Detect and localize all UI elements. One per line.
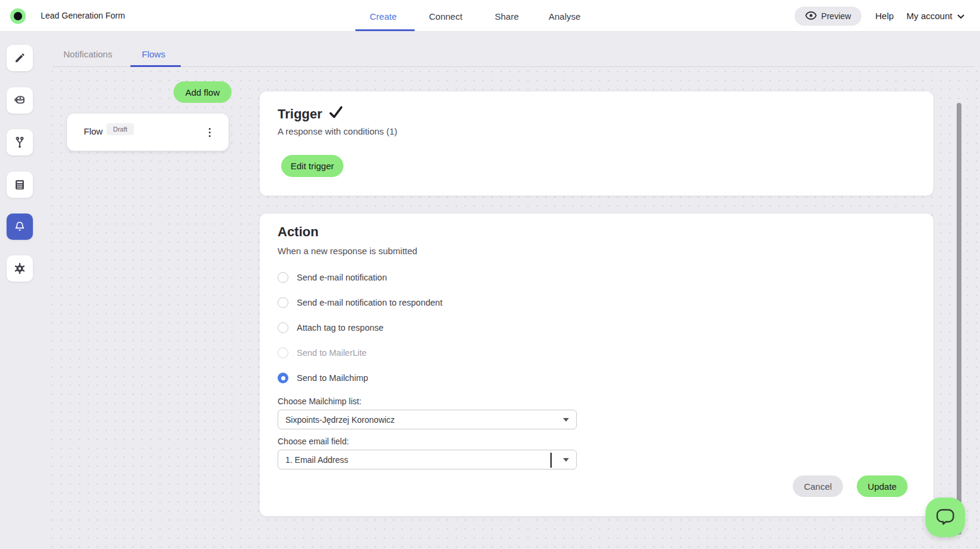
radio-icon[interactable] bbox=[278, 322, 288, 333]
trigger-subtitle: A response with conditions (1) bbox=[278, 126, 397, 136]
dropdown-caret-icon bbox=[563, 458, 569, 462]
vertical-scrollbar[interactable] bbox=[957, 103, 961, 535]
radio-option-mailerlite[interactable]: Send to MailerLite bbox=[278, 346, 367, 359]
action-title: Action bbox=[278, 224, 318, 240]
preview-button[interactable]: Preview bbox=[795, 7, 862, 26]
mailchimp-list-value: Sixpoints-Jędrzej Koronowicz bbox=[285, 415, 395, 425]
email-field-label: Choose email field: bbox=[278, 437, 349, 446]
eye-icon bbox=[805, 11, 817, 22]
tab-divider-line bbox=[53, 66, 975, 67]
draft-status-badge: Draft bbox=[106, 123, 134, 135]
branch-icon bbox=[13, 136, 26, 149]
gear-icon bbox=[13, 262, 26, 275]
edit-trigger-button[interactable]: Edit trigger bbox=[281, 155, 343, 177]
help-link[interactable]: Help bbox=[875, 11, 894, 21]
cancel-button[interactable]: Cancel bbox=[793, 475, 843, 497]
add-flow-button[interactable]: Add flow bbox=[174, 81, 232, 103]
chat-bubble-icon bbox=[935, 507, 955, 528]
radio-option-email-notification[interactable]: Send e-mail notification bbox=[278, 271, 387, 284]
account-menu[interactable]: My account bbox=[906, 11, 964, 21]
radio-option-email-respondent[interactable]: Send e-mail notification to respondent bbox=[278, 296, 442, 309]
sidebar-item-settings[interactable] bbox=[7, 255, 33, 282]
sidebar-item-design[interactable] bbox=[7, 87, 33, 114]
action-panel: Action When a new response is submitted … bbox=[260, 214, 933, 516]
flow-card[interactable]: Flow Draft bbox=[67, 114, 229, 151]
chevron-down-icon bbox=[957, 11, 964, 21]
tab-active-underline bbox=[130, 65, 181, 67]
preview-label: Preview bbox=[821, 11, 851, 21]
trigger-title: Trigger bbox=[278, 105, 343, 123]
bell-icon bbox=[13, 220, 26, 233]
radio-option-mailchimp[interactable]: Send to Mailchimp bbox=[278, 371, 368, 385]
radio-icon[interactable] bbox=[278, 272, 288, 283]
sidebar-item-logic[interactable] bbox=[7, 129, 33, 155]
radio-option-attach-tag[interactable]: Attach tag to response bbox=[278, 321, 384, 334]
flow-card-title: Flow bbox=[84, 126, 103, 136]
paint-bucket-icon bbox=[13, 94, 26, 107]
kebab-menu-icon[interactable] bbox=[205, 124, 214, 140]
action-subtitle: When a new response is submitted bbox=[278, 246, 417, 256]
nav-active-underline bbox=[355, 29, 415, 31]
tab-flows[interactable]: Flows bbox=[142, 49, 165, 59]
nav-connect[interactable]: Connect bbox=[429, 11, 462, 22]
workspace-logo[interactable] bbox=[10, 8, 26, 24]
nav-share[interactable]: Share bbox=[495, 11, 519, 22]
dropdown-caret-icon bbox=[563, 418, 569, 422]
mailchimp-list-label: Choose Mailchimp list: bbox=[278, 396, 361, 406]
chat-widget-button[interactable] bbox=[926, 498, 965, 537]
mailchimp-list-select[interactable]: Sixpoints-Jędrzej Koronowicz bbox=[278, 410, 577, 429]
app-screen: Lead Generation Form Create Connect Shar… bbox=[0, 0, 980, 549]
sidebar-item-calculator[interactable] bbox=[7, 172, 33, 198]
form-title: Lead Generation Form bbox=[41, 11, 125, 20]
sidebar-item-edit[interactable] bbox=[7, 45, 33, 71]
email-field-select[interactable]: 1. Email Address bbox=[278, 450, 577, 469]
radio-icon-selected[interactable] bbox=[278, 373, 288, 383]
account-label: My account bbox=[906, 11, 952, 21]
trigger-panel: Trigger A response with conditions (1) E… bbox=[260, 92, 933, 196]
pencil-icon bbox=[13, 51, 26, 65]
nav-create[interactable]: Create bbox=[370, 11, 397, 22]
top-header: Lead Generation Form Create Connect Shar… bbox=[0, 0, 980, 32]
tab-notifications[interactable]: Notifications bbox=[63, 49, 112, 59]
check-icon bbox=[328, 105, 343, 123]
radio-icon[interactable] bbox=[278, 297, 288, 308]
calculator-icon bbox=[13, 178, 26, 191]
update-button[interactable]: Update bbox=[857, 475, 908, 497]
sidebar-item-notifications[interactable] bbox=[7, 214, 33, 240]
text-cursor bbox=[550, 453, 552, 468]
email-field-value: 1. Email Address bbox=[285, 455, 348, 465]
radio-icon[interactable] bbox=[278, 347, 288, 358]
nav-analyse[interactable]: Analyse bbox=[549, 11, 580, 22]
